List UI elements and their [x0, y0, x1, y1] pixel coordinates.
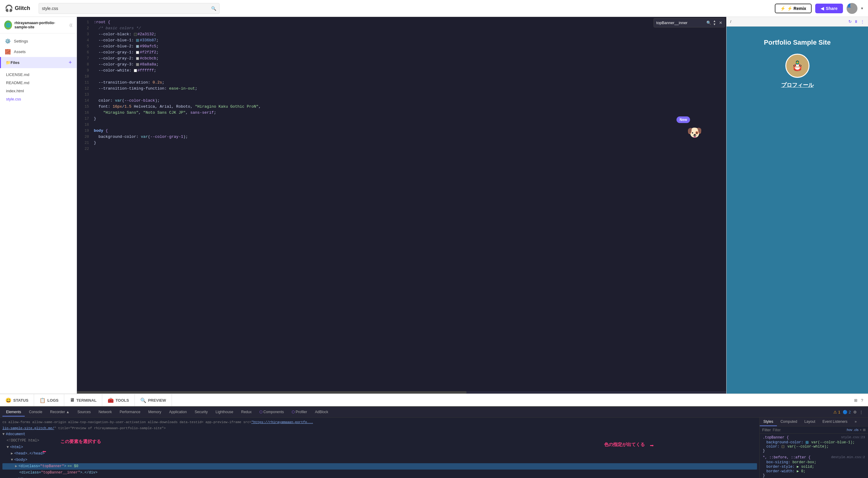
devtools-right-icons: ⚠ 1 🔵 2 ⚙ ⋮: [831, 410, 866, 414]
dom-panel[interactable]: この要素を選択する ⬅ cs allow-forms allow-same-or…: [0, 418, 760, 478]
tab-memory[interactable]: Memory: [145, 408, 165, 416]
tab-performance[interactable]: Performance: [116, 408, 144, 416]
dom-line: ▶ <head>…</head>: [2, 451, 757, 457]
editor-search-bar[interactable]: 🔍 ▲ ▼ ✕: [654, 18, 725, 27]
sidebar-nav: ⚙️ Settings 🧱 Assets 📁 Files +: [0, 33, 76, 70]
tab-security[interactable]: Security: [191, 408, 211, 416]
hover-badge[interactable]: :hov: [846, 428, 852, 432]
file-item-style[interactable]: style.css ⋮: [0, 95, 76, 103]
terminal-icon: 🖥: [70, 397, 74, 403]
devtools: Elements Console Recorder ▲ Sources Netw…: [0, 406, 868, 478]
tab-lighthouse[interactable]: Lighthouse: [212, 408, 237, 416]
styles-tab-styles[interactable]: Styles: [760, 418, 777, 426]
refresh-icon[interactable]: ↻: [848, 19, 852, 24]
project-header[interactable]: 🌐 rhirayamaaan-portfolio-sample-site ⟨⟨: [0, 17, 76, 33]
styles-filter: Filter :hov .cls + ⊞: [760, 426, 868, 434]
help-icon[interactable]: ?: [861, 398, 863, 403]
style-prop: border-width: ▶ 0;: [763, 469, 865, 474]
sidebar-collapse-button[interactable]: ⟨⟨: [69, 23, 72, 27]
styles-tab-computed[interactable]: Computed: [777, 418, 801, 426]
search-close-button[interactable]: ✕: [719, 21, 722, 25]
status-item-terminal[interactable]: 🖥 TERMINAL: [64, 394, 102, 406]
code-line: 11 --transition-duration: 0.2s;: [77, 79, 726, 86]
info-badge[interactable]: 🔵 2: [843, 410, 851, 414]
filter-badges: :hov .cls + ⊞: [846, 428, 866, 432]
grid-icon[interactable]: ⊞: [863, 428, 866, 432]
dom-link[interactable]: "https://rhirayamaaan-portfo...: [251, 420, 313, 425]
avatar-chevron-icon[interactable]: ▾: [861, 6, 863, 10]
tab-profiler[interactable]: ⬡Profiler: [288, 408, 311, 416]
warning-badge[interactable]: ⚠ 1: [833, 410, 840, 414]
sidebar-item-assets[interactable]: 🧱 Assets: [0, 46, 76, 57]
status-item-logs[interactable]: 📋 LOGS: [34, 394, 64, 406]
tab-sources[interactable]: Sources: [74, 408, 94, 416]
sidebar-item-settings[interactable]: ⚙️ Settings: [0, 36, 76, 46]
styles-tab-event-listeners[interactable]: Event Listeners: [819, 418, 851, 426]
project-icon: 🌐: [4, 21, 12, 30]
styles-filter-input[interactable]: [773, 428, 844, 432]
pause-icon[interactable]: ⏸: [854, 19, 858, 24]
dom-link[interactable]: lio-sample-site.glitch.me/: [2, 426, 54, 431]
sidebar: 🌐 rhirayamaaan-portfolio-sample-site ⟨⟨ …: [0, 17, 77, 393]
tab-recorder[interactable]: Recorder ▲: [46, 408, 73, 416]
code-editor[interactable]: 🔍 ▲ ▼ ✕ 1 :root { 2 /* basic colors */ 3…: [77, 17, 726, 393]
add-style-button[interactable]: +: [860, 428, 862, 432]
tab-elements[interactable]: Elements: [2, 408, 25, 416]
code-view[interactable]: 1 :root { 2 /* basic colors */ 3 --color…: [77, 17, 726, 393]
file-search-bar[interactable]: 🔍: [39, 3, 220, 14]
dom-line: ▼ <body>: [2, 457, 757, 463]
settings-icon[interactable]: ⚙: [853, 410, 857, 414]
preview-actions: ↻ ⏸ ⋮: [848, 19, 864, 24]
tab-application[interactable]: Application: [165, 408, 191, 416]
horizontal-scrollbar[interactable]: [77, 391, 726, 393]
editor-search-input[interactable]: [656, 21, 705, 25]
dom-line: ▼ #document: [2, 431, 757, 438]
search-next-button[interactable]: ▼: [713, 23, 716, 26]
code-line: 10: [77, 73, 726, 79]
files-icon: 📁: [6, 60, 10, 65]
style-prop: background-color: var(--color-blue-1);: [763, 440, 865, 445]
more-icon[interactable]: ⋮: [861, 19, 864, 24]
style-source[interactable]: style.css:23: [841, 436, 865, 440]
status-item-status[interactable]: 😀 STATUS: [0, 394, 34, 406]
file-item-license[interactable]: LICENSE.md: [0, 70, 76, 79]
file-search-input[interactable]: [42, 6, 211, 11]
more-icon[interactable]: ⋮: [859, 410, 863, 414]
style-source[interactable]: destyle.min.css:2: [831, 455, 865, 459]
sidebar-files-header[interactable]: 📁 Files +: [0, 57, 76, 68]
status-item-preview[interactable]: 🔍 PREVIEW: [135, 394, 172, 406]
file-item-readme[interactable]: README.md: [0, 79, 76, 87]
remix-button[interactable]: ⚡ ⚡ Remix: [775, 4, 812, 13]
tab-components[interactable]: ⬡Components: [256, 408, 287, 416]
file-name: style.css: [6, 97, 21, 101]
tab-adblock[interactable]: AdBlock: [311, 408, 332, 416]
cls-badge[interactable]: .cls: [854, 428, 859, 432]
main-area: 🌐 rhirayamaaan-portfolio-sample-site ⟨⟨ …: [0, 17, 868, 393]
styles-content: .topBanner { style.css:23 background-col…: [760, 434, 868, 478]
status-item-tools[interactable]: 🧰 TOOLS: [102, 394, 135, 406]
avatar[interactable]: 👤: [846, 3, 858, 14]
assets-icon: 🧱: [5, 49, 11, 55]
scrollbar-thumb[interactable]: [77, 391, 467, 393]
code-line: 17 }: [77, 116, 726, 122]
file-name: index.html: [6, 89, 24, 93]
tab-redux[interactable]: Redux: [238, 408, 255, 416]
styles-tab-layout[interactable]: Layout: [801, 418, 819, 426]
style-prop: box-sizing: border-box;: [763, 460, 865, 465]
file-item-index[interactable]: index.html: [0, 87, 76, 95]
logo[interactable]: 🎧 Glitch: [5, 4, 35, 12]
grid-icon[interactable]: ⊞: [854, 398, 858, 403]
preview-profile-label: プロフィール: [781, 82, 814, 89]
tab-console[interactable]: Console: [25, 408, 46, 416]
search-prev-button[interactable]: ▲: [713, 20, 716, 23]
dom-selected-line[interactable]: ▶ <div class= "topBanner" > == $0: [2, 463, 757, 470]
code-line: 6 --color-gray-1: #f2f2f2;: [77, 50, 726, 56]
share-button[interactable]: ◀ Share: [815, 4, 843, 13]
dom-line: <div class= "topBanner__inner" > … </div…: [2, 470, 757, 476]
styles-tab-more[interactable]: »: [851, 418, 861, 426]
style-selector: .topBanner { style.css:23: [763, 436, 865, 440]
settings-icon: ⚙️: [5, 38, 11, 44]
add-file-button[interactable]: +: [68, 59, 72, 66]
tab-network[interactable]: Network: [95, 408, 116, 416]
logo-icon: 🎧: [5, 4, 13, 12]
